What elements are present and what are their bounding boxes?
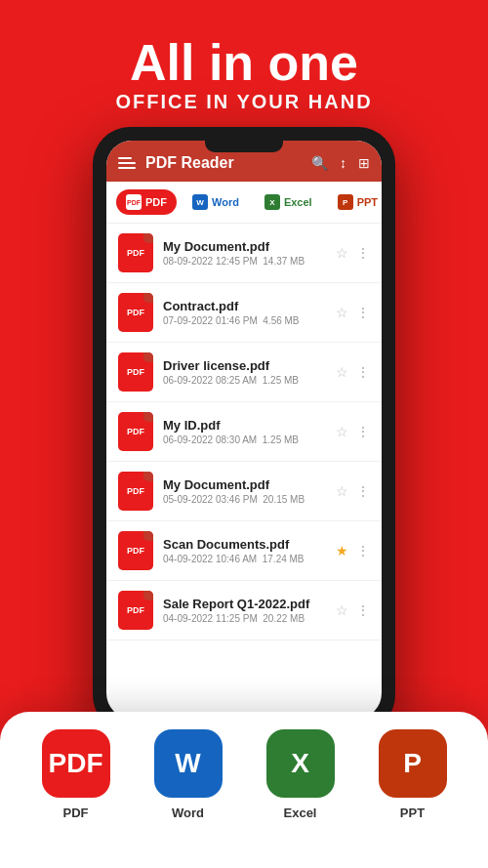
file-info: Sale Report Q1-2022.pdf 04-09-2022 11:25… — [163, 597, 326, 624]
file-meta: 06-09-2022 08:25 AM 1.25 MB — [163, 375, 326, 386]
star-icon[interactable]: ☆ — [336, 602, 348, 618]
dock-excel-icon: X — [266, 729, 335, 798]
file-info: Driver license.pdf 06-09-2022 08:25 AM 1… — [163, 358, 326, 386]
app-header-left: PDF Reader — [118, 154, 234, 172]
file-item[interactable]: PDF Scan Documents.pdf 04-09-2022 10:46 … — [106, 521, 382, 581]
file-item[interactable]: PDF My Document.pdf 08-09-2022 12:45 PM … — [106, 224, 382, 283]
pdf-tab-icon: PDF — [126, 194, 142, 210]
file-actions: ☆ ⋮ — [336, 602, 370, 618]
tab-ppt-label: PPT — [357, 196, 378, 208]
file-item[interactable]: PDF Sale Report Q1-2022.pdf 04-09-2022 1… — [106, 581, 382, 641]
file-pdf-icon: PDF — [118, 591, 153, 630]
dock-pdf-label: PDF — [63, 806, 89, 820]
file-item[interactable]: PDF My ID.pdf 06-09-2022 08:30 AM 1.25 M… — [106, 402, 382, 462]
file-meta: 06-09-2022 08:30 AM 1.25 MB — [163, 434, 326, 445]
more-options-icon[interactable]: ⋮ — [356, 602, 370, 618]
excel-tab-icon: X — [264, 194, 280, 210]
phone-screen: PDF Reader 🔍 ↕ ⊞ PDF PDF W Word X Excel — [106, 141, 382, 719]
file-name: My ID.pdf — [163, 418, 326, 433]
file-name: Driver license.pdf — [163, 358, 326, 373]
star-icon[interactable]: ☆ — [336, 483, 348, 499]
tab-pdf[interactable]: PDF PDF — [116, 189, 177, 215]
tabs-row: PDF PDF W Word X Excel P PPT — [106, 182, 382, 224]
file-actions: ☆ ⋮ — [336, 364, 370, 380]
phone-notch — [205, 141, 283, 152]
star-icon[interactable]: ☆ — [336, 364, 348, 380]
file-meta: 04-09-2022 11:25 PM 20.22 MB — [163, 613, 326, 624]
file-actions: ☆ ⋮ — [336, 305, 370, 320]
dock-word-label: Word — [172, 806, 204, 820]
file-item[interactable]: PDF My Document.pdf 05-09-2022 03:46 PM … — [106, 462, 382, 521]
file-item[interactable]: PDF Driver license.pdf 06-09-2022 08:25 … — [106, 343, 382, 402]
file-actions: ☆ ⋮ — [336, 245, 370, 261]
file-item[interactable]: PDF Contract.pdf 07-09-2022 01:46 PM 4.5… — [106, 283, 382, 343]
dock-excel[interactable]: X Excel — [266, 729, 335, 820]
file-info: My Document.pdf 08-09-2022 12:45 PM 14.3… — [163, 239, 326, 267]
more-options-icon[interactable]: ⋮ — [356, 424, 370, 439]
star-icon[interactable]: ☆ — [336, 305, 348, 320]
tab-word-label: Word — [212, 196, 239, 208]
star-icon[interactable]: ☆ — [336, 424, 348, 439]
file-actions: ★ ⋮ — [336, 543, 370, 558]
dock-pdf[interactable]: PDF PDF — [42, 729, 110, 820]
hero-title: All in one — [0, 35, 488, 91]
bottom-dock: PDF PDF W Word X Excel P PPT — [0, 712, 488, 868]
dock-ppt-icon: P — [379, 729, 447, 798]
file-name: Contract.pdf — [163, 299, 326, 313]
file-meta: 04-09-2022 10:46 AM 17.24 MB — [163, 554, 326, 564]
tab-ppt[interactable]: P PPT — [328, 189, 382, 215]
file-name: My Document.pdf — [163, 239, 326, 254]
grid-icon[interactable]: ⊞ — [358, 155, 370, 171]
more-options-icon[interactable]: ⋮ — [356, 245, 370, 261]
more-options-icon[interactable]: ⋮ — [356, 483, 370, 499]
tab-excel[interactable]: X Excel — [255, 189, 322, 215]
tab-word[interactable]: W Word — [183, 189, 249, 215]
file-name: My Document.pdf — [163, 477, 326, 492]
tab-pdf-label: PDF — [145, 196, 167, 208]
more-options-icon[interactable]: ⋮ — [356, 364, 370, 380]
file-info: Scan Documents.pdf 04-09-2022 10:46 AM 1… — [163, 537, 326, 564]
file-list: PDF My Document.pdf 08-09-2022 12:45 PM … — [106, 224, 382, 641]
star-icon[interactable]: ☆ — [336, 245, 348, 261]
file-info: Contract.pdf 07-09-2022 01:46 PM 4.56 MB — [163, 299, 326, 326]
sort-icon[interactable]: ↕ — [340, 155, 346, 171]
file-pdf-icon: PDF — [118, 412, 153, 451]
hero-section: All in one OFFICE IN YOUR HAND — [0, 0, 488, 129]
word-tab-icon: W — [192, 194, 208, 210]
search-icon[interactable]: 🔍 — [311, 155, 328, 171]
app-header-right: 🔍 ↕ ⊞ — [311, 155, 370, 171]
phone-mockup: PDF Reader 🔍 ↕ ⊞ PDF PDF W Word X Excel — [93, 127, 395, 732]
dock-word[interactable]: W Word — [154, 729, 223, 820]
file-meta: 05-09-2022 03:46 PM 20.15 MB — [163, 494, 326, 505]
file-info: My Document.pdf 05-09-2022 03:46 PM 20.1… — [163, 477, 326, 505]
star-icon[interactable]: ★ — [336, 543, 348, 558]
ppt-tab-icon: P — [338, 194, 353, 210]
file-meta: 08-09-2022 12:45 PM 14.37 MB — [163, 256, 326, 267]
file-name: Sale Report Q1-2022.pdf — [163, 597, 326, 611]
dock-pdf-icon: PDF — [42, 729, 110, 798]
dock-word-icon: W — [154, 729, 223, 798]
more-options-icon[interactable]: ⋮ — [356, 305, 370, 320]
tab-excel-label: Excel — [284, 196, 312, 208]
file-actions: ☆ ⋮ — [336, 483, 370, 499]
file-info: My ID.pdf 06-09-2022 08:30 AM 1.25 MB — [163, 418, 326, 445]
file-pdf-icon: PDF — [118, 233, 153, 272]
menu-icon[interactable] — [118, 157, 136, 169]
app-title: PDF Reader — [145, 154, 234, 172]
file-pdf-icon: PDF — [118, 472, 153, 511]
file-name: Scan Documents.pdf — [163, 537, 326, 552]
dock-excel-label: Excel — [284, 806, 317, 820]
dock-ppt[interactable]: P PPT — [379, 729, 447, 820]
file-actions: ☆ ⋮ — [336, 424, 370, 439]
hero-subtitle: OFFICE IN YOUR HAND — [0, 91, 488, 113]
file-pdf-icon: PDF — [118, 531, 153, 570]
file-meta: 07-09-2022 01:46 PM 4.56 MB — [163, 315, 326, 326]
dock-ppt-label: PPT — [400, 806, 425, 820]
more-options-icon[interactable]: ⋮ — [356, 543, 370, 558]
file-pdf-icon: PDF — [118, 293, 153, 332]
file-pdf-icon: PDF — [118, 352, 153, 392]
